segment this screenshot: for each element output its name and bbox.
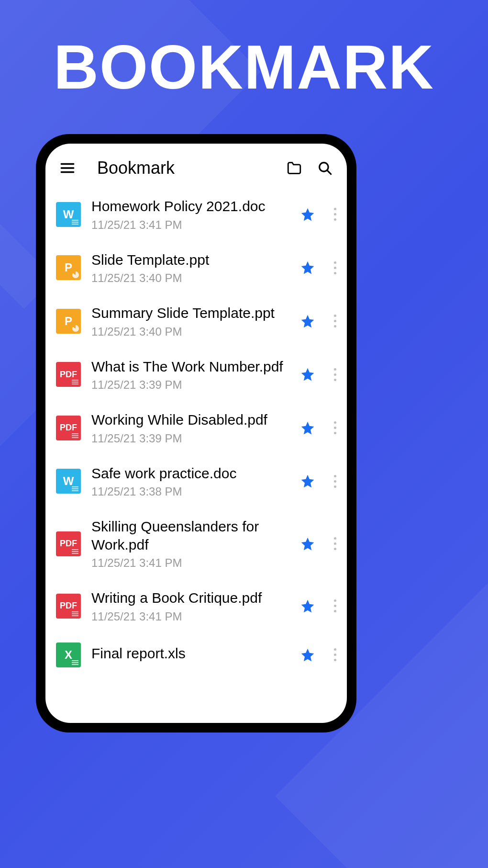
filetype-icon: PDF bbox=[56, 594, 81, 619]
file-row[interactable]: PSummary Slide Template.ppt11/25/21 3:40… bbox=[45, 294, 347, 348]
file-name: Writing a Book Critique.pdf bbox=[91, 589, 288, 607]
file-meta: Summary Slide Template.ppt11/25/21 3:40 … bbox=[91, 304, 288, 338]
bookmark-star-button[interactable] bbox=[298, 472, 317, 491]
file-date: 11/25/21 3:40 PM bbox=[91, 271, 288, 285]
bookmark-star-button[interactable] bbox=[298, 597, 317, 616]
filetype-icon: X bbox=[56, 643, 81, 667]
more-options-button[interactable] bbox=[328, 645, 342, 665]
bookmark-star-button[interactable] bbox=[298, 534, 317, 553]
file-date: 11/25/21 3:40 PM bbox=[91, 325, 288, 338]
bookmark-star-button[interactable] bbox=[298, 365, 317, 384]
file-meta: Writing a Book Critique.pdf11/25/21 3:41… bbox=[91, 589, 288, 623]
more-options-button[interactable] bbox=[328, 472, 342, 491]
file-name: Final report.xls bbox=[91, 644, 288, 663]
file-row[interactable]: WSafe work practice.doc11/25/21 3:38 PM bbox=[45, 455, 347, 508]
file-name: Working While Disabled.pdf bbox=[91, 411, 288, 429]
filetype-icon: PDF bbox=[56, 531, 81, 556]
menu-icon bbox=[59, 160, 76, 176]
star-icon bbox=[300, 367, 315, 382]
star-icon bbox=[300, 536, 315, 552]
file-date: 11/25/21 3:38 PM bbox=[91, 485, 288, 498]
file-meta: Final report.xls bbox=[91, 644, 288, 665]
file-date: 11/25/21 3:41 PM bbox=[91, 556, 288, 570]
filetype-icon: P bbox=[56, 309, 81, 334]
filetype-icon: PDF bbox=[56, 416, 81, 440]
star-icon bbox=[300, 420, 315, 436]
search-button[interactable] bbox=[315, 158, 334, 178]
more-options-button[interactable] bbox=[328, 597, 342, 616]
more-options-button[interactable] bbox=[328, 534, 342, 553]
file-row[interactable]: PSlide Template.ppt11/25/21 3:40 PM bbox=[45, 241, 347, 295]
more-options-button[interactable] bbox=[328, 365, 342, 384]
file-meta: What is The Work Number.pdf11/25/21 3:39… bbox=[91, 358, 288, 392]
file-date: 11/25/21 3:41 PM bbox=[91, 218, 288, 232]
file-meta: Safe work practice.doc11/25/21 3:38 PM bbox=[91, 464, 288, 499]
star-icon bbox=[300, 260, 315, 275]
file-row[interactable]: PDFSkilling Queenslanders for Work.pdf11… bbox=[45, 508, 347, 579]
star-icon bbox=[300, 473, 315, 489]
phone-frame: Bookmark WHomework Policy 2021.doc11/25/… bbox=[36, 134, 356, 733]
bookmark-star-button[interactable] bbox=[298, 418, 317, 438]
file-date: 11/25/21 3:39 PM bbox=[91, 432, 288, 445]
search-icon bbox=[317, 160, 333, 176]
folder-button[interactable] bbox=[285, 158, 304, 178]
file-date: 11/25/21 3:41 PM bbox=[91, 610, 288, 623]
app-bar: Bookmark bbox=[45, 144, 347, 188]
file-date: 11/25/21 3:39 PM bbox=[91, 378, 288, 392]
more-options-button[interactable] bbox=[328, 258, 342, 277]
file-meta: Skilling Queenslanders for Work.pdf11/25… bbox=[91, 518, 288, 570]
file-name: Safe work practice.doc bbox=[91, 464, 288, 483]
star-icon bbox=[300, 598, 315, 614]
promo-title: BOOKMARK bbox=[0, 31, 488, 103]
file-list: WHomework Policy 2021.doc11/25/21 3:41 P… bbox=[45, 188, 347, 723]
bookmark-star-button[interactable] bbox=[298, 312, 317, 331]
file-row[interactable]: XFinal report.xls bbox=[45, 633, 347, 677]
bookmark-star-button[interactable] bbox=[298, 645, 317, 665]
file-name: What is The Work Number.pdf bbox=[91, 358, 288, 376]
star-icon bbox=[300, 314, 315, 329]
file-meta: Working While Disabled.pdf11/25/21 3:39 … bbox=[91, 411, 288, 445]
file-meta: Slide Template.ppt11/25/21 3:40 PM bbox=[91, 251, 288, 285]
menu-button[interactable] bbox=[58, 158, 77, 178]
filetype-icon: W bbox=[56, 469, 81, 494]
bookmark-star-button[interactable] bbox=[298, 258, 317, 277]
more-options-button[interactable] bbox=[328, 418, 342, 438]
file-row[interactable]: PDFWhat is The Work Number.pdf11/25/21 3… bbox=[45, 348, 347, 402]
star-icon bbox=[300, 207, 315, 222]
file-meta: Homework Policy 2021.doc11/25/21 3:41 PM bbox=[91, 197, 288, 232]
file-row[interactable]: PDFWorking While Disabled.pdf11/25/21 3:… bbox=[45, 401, 347, 455]
file-name: Summary Slide Template.ppt bbox=[91, 304, 288, 322]
filetype-icon: PDF bbox=[56, 362, 81, 387]
more-options-button[interactable] bbox=[328, 312, 342, 331]
filetype-icon: W bbox=[56, 202, 81, 227]
phone-screen: Bookmark WHomework Policy 2021.doc11/25/… bbox=[45, 144, 347, 723]
filetype-icon: P bbox=[56, 255, 81, 280]
file-row[interactable]: PDFWriting a Book Critique.pdf11/25/21 3… bbox=[45, 579, 347, 633]
more-options-button[interactable] bbox=[328, 205, 342, 224]
file-row[interactable]: WHomework Policy 2021.doc11/25/21 3:41 P… bbox=[45, 188, 347, 241]
folder-icon bbox=[286, 160, 302, 176]
page-title: Bookmark bbox=[97, 158, 273, 178]
file-name: Slide Template.ppt bbox=[91, 251, 288, 269]
file-name: Skilling Queenslanders for Work.pdf bbox=[91, 518, 288, 553]
bookmark-star-button[interactable] bbox=[298, 205, 317, 224]
star-icon bbox=[300, 647, 315, 663]
file-name: Homework Policy 2021.doc bbox=[91, 197, 288, 215]
svg-point-0 bbox=[320, 163, 328, 171]
